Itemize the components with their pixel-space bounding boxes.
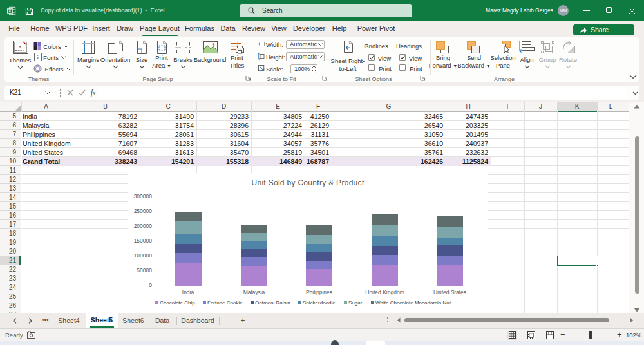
svg-text:a: a [19,44,21,50]
svg-text:X: X [8,8,12,13]
